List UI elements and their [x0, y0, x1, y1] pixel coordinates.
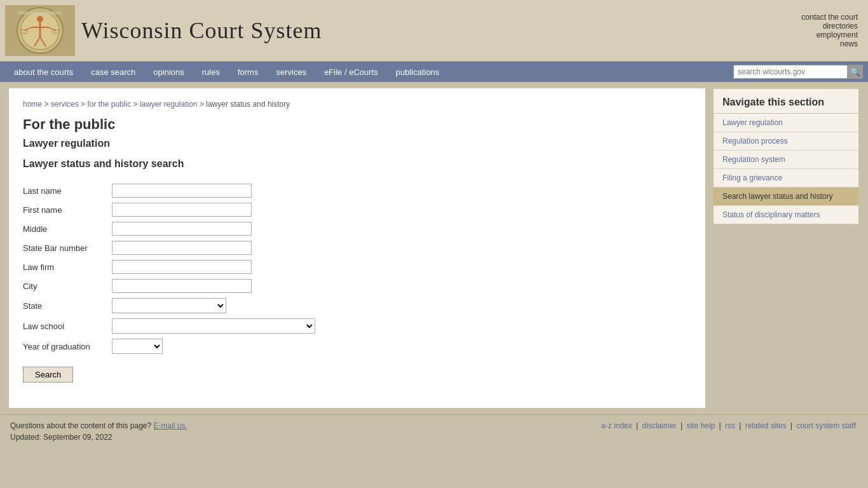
- form-row-state-bar: State Bar number: [23, 238, 319, 257]
- nav-opinions[interactable]: opinions: [144, 63, 193, 81]
- select-state[interactable]: Alabama Alaska Arizona Wisconsin: [112, 298, 226, 313]
- nav-search-input[interactable]: [733, 65, 848, 79]
- nav-search-bar: 🔍: [733, 65, 863, 79]
- footer-right: a-z index | disclaimer | site help | rss…: [599, 421, 858, 430]
- input-middle[interactable]: [112, 222, 252, 236]
- contact-court-link[interactable]: contact the court: [801, 13, 858, 22]
- sidebar-item-regulation-process[interactable]: Regulation process: [714, 132, 858, 151]
- svg-point-3: [37, 16, 43, 22]
- label-law-school: Law school: [23, 316, 112, 336]
- sidebar-item-regulation-system[interactable]: Regulation system: [714, 151, 858, 169]
- footer-related-sites[interactable]: related sites: [745, 421, 787, 430]
- breadcrumb-current: lawyer status and history: [206, 100, 290, 109]
- header: Wisconsin Court System contact the court…: [0, 0, 868, 62]
- directories-link[interactable]: directories: [801, 22, 858, 30]
- footer-left: Questions about the content of this page…: [10, 421, 187, 430]
- input-last-name[interactable]: [112, 184, 252, 198]
- breadcrumb-home[interactable]: home: [23, 100, 42, 109]
- input-state-bar-number[interactable]: [112, 241, 252, 255]
- navbar: about the courts case search opinions ru…: [0, 62, 868, 82]
- form-row-first-name: First name: [23, 200, 319, 219]
- nav-search-button[interactable]: 🔍: [848, 65, 863, 79]
- breadcrumb-services[interactable]: services: [51, 100, 79, 109]
- select-law-school[interactable]: [112, 318, 315, 334]
- footer-rss[interactable]: rss: [725, 421, 735, 430]
- site-title: Wisconsin Court System: [81, 17, 322, 44]
- sidebar-nav-box: Navigate this section Lawyer regulation …: [713, 88, 859, 225]
- footer-top: Questions about the content of this page…: [10, 421, 858, 430]
- page-form-title: Lawyer status and history search: [23, 158, 691, 170]
- sidebar-item-filing-grievance[interactable]: Filing a grievance: [714, 169, 858, 187]
- nav-links: about the courts case search opinions ru…: [5, 63, 448, 81]
- form-row-year: Year of graduation: [23, 336, 319, 356]
- nav-case-search[interactable]: case search: [82, 63, 144, 81]
- page-sub-title: Lawyer regulation: [23, 138, 691, 149]
- label-law-firm: Law firm: [23, 257, 112, 276]
- footer-disclaimer[interactable]: disclaimer: [642, 421, 677, 430]
- breadcrumb-sep-1: >: [81, 100, 87, 109]
- sidebar: Navigate this section Lawyer regulation …: [713, 88, 859, 408]
- breadcrumb: home > services > for the public > lawye…: [23, 100, 691, 109]
- label-state-bar: State Bar number: [23, 238, 112, 257]
- lawyer-search-form: Last name First name Middle State Bar nu…: [23, 181, 691, 383]
- select-year[interactable]: [112, 339, 163, 354]
- footer: Questions about the content of this page…: [0, 414, 868, 448]
- breadcrumb-sep-2: >: [133, 100, 139, 109]
- form-row-last-name: Last name: [23, 181, 319, 200]
- employment-link[interactable]: employment: [801, 30, 858, 39]
- page-section-title: For the public: [23, 116, 691, 133]
- footer-email-link[interactable]: E-mail us.: [154, 421, 187, 430]
- label-state: State: [23, 295, 112, 316]
- nav-about-courts[interactable]: about the courts: [5, 63, 82, 81]
- logo-image: [5, 5, 75, 56]
- label-year: Year of graduation: [23, 336, 112, 356]
- content-area: home > services > for the public > lawye…: [9, 88, 705, 408]
- nav-forms[interactable]: forms: [229, 63, 268, 81]
- header-left: Wisconsin Court System: [5, 5, 322, 56]
- nav-rules[interactable]: rules: [193, 63, 229, 81]
- label-last-name: Last name: [23, 181, 112, 200]
- footer-question-text: Questions about the content of this page…: [10, 421, 151, 430]
- label-middle: Middle: [23, 219, 112, 238]
- label-city: City: [23, 276, 112, 295]
- form-row-state: State Alabama Alaska Arizona Wisconsin: [23, 295, 319, 316]
- label-first-name: First name: [23, 200, 112, 219]
- main-wrapper: home > services > for the public > lawye…: [0, 82, 868, 414]
- sidebar-item-search-lawyer[interactable]: Search lawyer status and history: [714, 187, 858, 206]
- breadcrumb-sep-0: >: [44, 100, 50, 109]
- news-link[interactable]: news: [801, 39, 858, 48]
- footer-updated: Updated: September 09, 2022: [10, 433, 858, 442]
- sidebar-item-disciplinary[interactable]: Status of disciplinary matters: [714, 206, 858, 224]
- breadcrumb-sep-3: >: [200, 100, 206, 109]
- input-first-name[interactable]: [112, 203, 252, 217]
- input-city[interactable]: [112, 279, 252, 293]
- footer-az-index[interactable]: a-z index: [601, 421, 632, 430]
- input-law-firm[interactable]: [112, 260, 252, 274]
- form-row-middle: Middle: [23, 219, 319, 238]
- footer-site-help[interactable]: site help: [686, 421, 715, 430]
- header-links: contact the court directories employment…: [801, 13, 858, 48]
- breadcrumb-lawyer-reg[interactable]: lawyer regulation: [140, 100, 198, 109]
- svg-rect-12: [18, 11, 62, 15]
- form-row-city: City: [23, 276, 319, 295]
- nav-efile[interactable]: eFile / eCourts: [315, 63, 387, 81]
- sidebar-nav-title: Navigate this section: [714, 89, 858, 114]
- nav-publications[interactable]: publications: [387, 63, 449, 81]
- nav-services[interactable]: services: [267, 63, 315, 81]
- search-button[interactable]: Search: [23, 367, 73, 383]
- footer-court-staff[interactable]: court system staff: [796, 421, 856, 430]
- form-row-law-school: Law school: [23, 316, 319, 336]
- sidebar-item-lawyer-regulation[interactable]: Lawyer regulation: [714, 114, 858, 132]
- form-table: Last name First name Middle State Bar nu…: [23, 181, 319, 356]
- breadcrumb-for-public[interactable]: for the public: [87, 100, 131, 109]
- form-row-law-firm: Law firm: [23, 257, 319, 276]
